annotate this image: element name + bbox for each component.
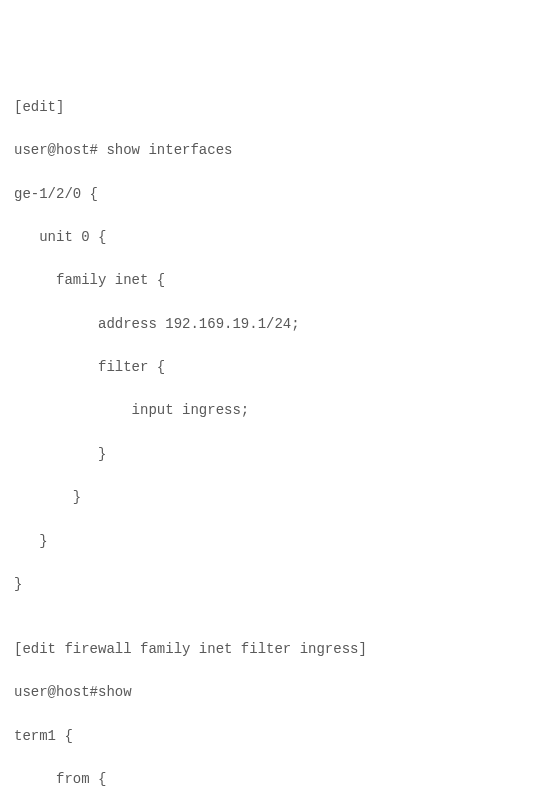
code-line: user@host# show interfaces <box>14 140 529 162</box>
code-line: } <box>14 487 529 509</box>
code-line: } <box>14 531 529 553</box>
code-line: [edit firewall family inet filter ingres… <box>14 639 529 661</box>
code-line: term1 { <box>14 726 529 748</box>
code-line: user@host#show <box>14 682 529 704</box>
code-line: ge-1/2/0 { <box>14 184 529 206</box>
code-line: from { <box>14 769 529 791</box>
code-line: } <box>14 574 529 596</box>
code-line: family inet { <box>14 270 529 292</box>
code-line: [edit] <box>14 97 529 119</box>
code-line: filter { <box>14 357 529 379</box>
code-line: } <box>14 444 529 466</box>
code-line: address 192.169.19.1/24; <box>14 314 529 336</box>
code-line: unit 0 { <box>14 227 529 249</box>
code-line: input ingress; <box>14 400 529 422</box>
